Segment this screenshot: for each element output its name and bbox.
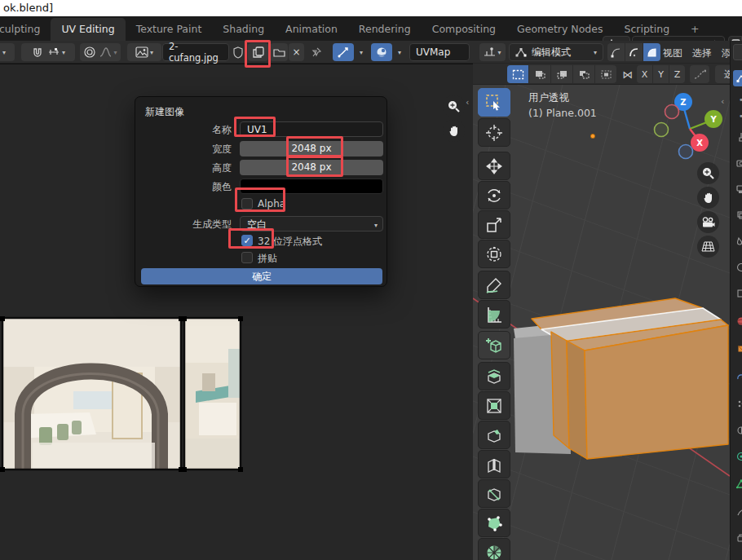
tool-inset-button[interactable]	[478, 391, 510, 420]
pin-image-button[interactable]	[308, 43, 325, 61]
properties-tab-scene-icon[interactable]	[733, 233, 742, 249]
properties-tab-output-icon[interactable]	[733, 181, 742, 197]
properties-tab-particles-icon[interactable]	[733, 396, 742, 412]
ok-button[interactable]: 确定	[141, 268, 382, 284]
height-slider[interactable]: 2048 px	[240, 160, 383, 175]
tab-compositing[interactable]: Compositing	[422, 18, 506, 41]
mode-value: 编辑模式	[532, 46, 592, 60]
properties-tab-viewlayer-icon[interactable]	[733, 207, 742, 223]
editor-type-button[interactable]: ▾	[0, 43, 15, 61]
properties-tab-icon[interactable]	[733, 556, 742, 560]
tool-extrude-button[interactable]	[478, 362, 510, 390]
tool-loopcut-button[interactable]	[478, 450, 510, 478]
tiled-checkbox[interactable]	[241, 252, 253, 263]
properties-tab-data-icon[interactable]	[733, 476, 742, 492]
tab-uv-editing[interactable]: UV Editing	[51, 18, 125, 41]
uv-select-mode-button[interactable]	[371, 43, 392, 61]
select-intersect-button[interactable]	[595, 65, 616, 83]
image-name-field[interactable]: 2-cufang.jpg	[162, 43, 229, 61]
fake-user-button[interactable]	[230, 43, 246, 61]
properties-editor-type-icon[interactable]	[733, 44, 742, 60]
tool-polybuild-button[interactable]	[478, 509, 510, 537]
unlink-image-button[interactable]: ×	[289, 43, 304, 61]
uv-select-mode-chevron[interactable]: ▾	[392, 43, 405, 61]
proportional-falloff-button[interactable]	[690, 65, 709, 83]
tool-add-cube-button[interactable]	[478, 331, 510, 359]
chevron-down-icon: ▾	[62, 49, 65, 56]
viewport-perspective-toggle[interactable]	[697, 236, 719, 258]
mode-select[interactable]: 编辑模式 ▾	[509, 43, 603, 61]
tab-rendering[interactable]: Rendering	[348, 18, 422, 41]
tool-annotate-button[interactable]	[478, 271, 510, 299]
tab-animation[interactable]: Animation	[275, 18, 348, 41]
tab-texture-paint[interactable]: Texture Paint	[126, 18, 213, 41]
mirror-x-button[interactable]: X	[637, 65, 652, 83]
image-browse-button[interactable]: ▾	[127, 43, 161, 61]
alpha-checkbox[interactable]	[241, 198, 253, 209]
properties-tab-icon[interactable]	[733, 530, 742, 546]
mode-icon-button[interactable]: ▾	[479, 43, 506, 61]
tab-shading[interactable]: Shading	[212, 18, 275, 41]
tool-transform-button[interactable]	[478, 240, 510, 268]
tool-cursor-button[interactable]	[478, 118, 510, 147]
color-label: 颜色	[135, 180, 232, 194]
tool-measure-button[interactable]	[478, 300, 510, 329]
float32-checkbox[interactable]: ✓	[241, 235, 253, 246]
properties-tab-constraint-icon[interactable]	[733, 448, 742, 465]
properties-tab-icon[interactable]	[733, 504, 742, 520]
properties-tab-world-icon[interactable]	[733, 313, 742, 329]
uvmap-field[interactable]: UVMap	[409, 43, 470, 61]
name-input[interactable]: UV1	[240, 121, 383, 137]
viewport-camera-button[interactable]	[697, 211, 719, 233]
select-mode-face-button[interactable]	[643, 43, 660, 61]
uv-sync-select-button[interactable]	[333, 43, 354, 61]
menu-select[interactable]: 选择	[692, 46, 712, 60]
knife-icon	[485, 485, 503, 503]
properties-tab-physics-icon[interactable]	[733, 422, 742, 439]
mirror-z-button[interactable]: Z	[669, 65, 685, 83]
snapping-group[interactable]: ▾	[21, 43, 75, 61]
tool-scale-button[interactable]	[478, 210, 510, 239]
tool-bevel-button[interactable]	[478, 421, 510, 449]
select-mode-edge-button[interactable]	[625, 43, 643, 61]
select-invert-button[interactable]	[573, 65, 594, 83]
uv-sidebar-collapse-arrow[interactable]: ‹	[466, 97, 469, 108]
viewport-pan-button[interactable]	[697, 187, 719, 209]
uv-sync-chevron[interactable]: ▾	[354, 43, 367, 61]
properties-tab-tool-icon[interactable]	[733, 129, 742, 145]
properties-tab-object-icon[interactable]	[733, 341, 742, 357]
properties-tab-modifier-icon[interactable]	[733, 368, 742, 385]
select-new-button[interactable]	[507, 65, 528, 83]
select-mode-vertex-button[interactable]	[607, 43, 625, 61]
tab-geometry-nodes[interactable]: Geometry Nodes	[506, 18, 613, 41]
open-image-button[interactable]	[270, 43, 288, 61]
properties-tab-render-icon[interactable]	[733, 155, 742, 171]
tool-move-button[interactable]	[478, 152, 510, 180]
select-subtract-button[interactable]	[551, 65, 572, 83]
mirror-y-button[interactable]: Y	[653, 65, 669, 83]
proportional-editing-group[interactable]: ▾	[80, 43, 121, 61]
uv-pan-button[interactable]	[443, 120, 465, 142]
navigation-gizmo[interactable]: Z Y X	[651, 88, 726, 163]
tab-sculpting[interactable]: culpting	[0, 18, 51, 41]
uv-image-preview[interactable]	[0, 316, 243, 473]
uv-zoom-button[interactable]	[443, 95, 465, 117]
viewport-zoom-button[interactable]	[697, 162, 719, 184]
tool-rotate-button[interactable]	[478, 181, 510, 209]
properties-tab-active-icon[interactable]	[733, 70, 742, 86]
tool-spin-button[interactable]	[478, 538, 510, 560]
grease-pencil-mode-icon	[484, 46, 496, 58]
menu-view[interactable]: 视图	[663, 46, 682, 60]
properties-tab-icon[interactable]	[733, 259, 742, 276]
tool-select-box-button[interactable]	[478, 88, 510, 117]
tool-knife-button[interactable]	[478, 479, 510, 508]
mirror-toggle[interactable]: ⋈	[620, 65, 636, 83]
select-extend-button[interactable]	[529, 65, 550, 83]
add-cube-icon	[485, 337, 503, 355]
generated-type-select[interactable]: 空白 ▾	[240, 216, 383, 231]
color-swatch[interactable]	[240, 179, 383, 194]
properties-tab-icon[interactable]	[733, 285, 742, 302]
loop-cut-icon	[485, 456, 503, 474]
new-image-button[interactable]	[248, 43, 268, 61]
width-slider[interactable]: 2048 px	[240, 141, 383, 157]
